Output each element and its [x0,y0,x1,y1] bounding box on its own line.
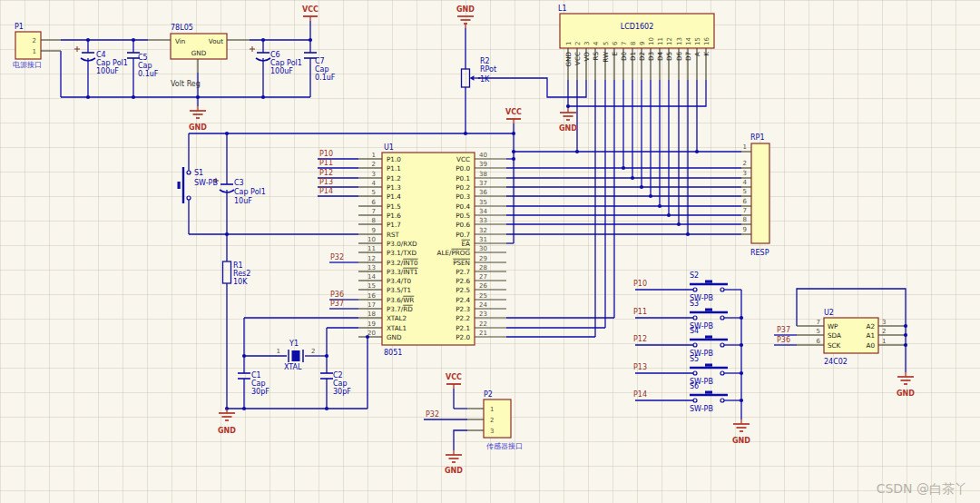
pin-number: 15 [368,282,376,290]
junction-dot [366,335,369,339]
pin-number: 37 [479,180,487,187]
port-description: 电源接口 [13,61,42,69]
pin-name: XTAL1 [387,324,407,332]
schematic-canvas: GNDVCCP121电源接口78L05VinVoutGNDVolt RegC4C… [0,0,980,503]
pin-name: WP [828,322,838,330]
junction-dot [261,38,265,42]
junction-dot [622,166,625,170]
pin-name: E [611,52,619,56]
pin-name: VCC [573,52,582,65]
junction-dot [86,95,90,99]
pin-name: P1.3 [387,183,401,192]
pin-name: P2.0 [456,333,470,341]
block-eeprom: GNDU224C02756321WPSDASCKA2A1A0P37P36 [774,289,915,398]
pin-name: P0.0 [456,164,470,173]
pin-number: 31 [479,236,487,243]
pin-number: 1 [33,48,36,55]
junction-dot [695,150,699,153]
pin-number: 6 [612,41,619,45]
junction-dot [677,222,681,226]
pin-number: 5 [603,42,610,45]
switch-terminal [187,196,191,200]
block-crystal-circuit: Y1XTAL12C1Cap30pFC2Cap30pF [227,318,368,410]
pin-name: A0 [867,341,876,350]
junction-dot [640,185,643,189]
designator-label: 10uF [234,197,252,205]
designator-label: 100uF [270,67,293,75]
designator-label: U1 [384,143,394,152]
junction-dot [86,38,90,42]
pin-name: P2.3 [456,305,470,313]
pin-name: P0.1 [456,174,470,182]
designator-label: C6 [270,51,280,59]
designator-label: 78L05 [171,24,193,32]
junction-dot [631,176,634,180]
power-label: GND [559,124,577,133]
pin-name: D4 [656,52,664,62]
pin-name: PSEN [453,259,470,267]
pin-name: VCC [456,155,470,163]
pin-name: Vout [209,37,223,45]
junction-dot [658,204,662,208]
designator-label: L1 [558,5,567,13]
pin-number: 2 [743,160,747,167]
pin-number: 1 [743,143,747,151]
pin-name: P2.6 [456,277,470,285]
pin-number: 2 [372,161,376,168]
pin-name: P1.0 [387,155,401,163]
switch-actuator [705,281,712,283]
junction-dot [512,150,515,153]
net-label: P32 [330,253,344,261]
switch-terminal [693,399,697,402]
net-label: P12 [319,169,333,177]
crystal-body [292,350,300,361]
pin-name: P0.7 [456,231,470,239]
power-label: VCC [446,373,462,381]
designator-label: Cap [315,65,329,74]
designator-label: RP1 [750,133,764,142]
junction-dot [261,95,265,99]
designator-label: 8051 [384,349,402,357]
pin-name: P3.7/RD [387,305,413,313]
pin-name: D3 [647,52,655,61]
junction-dot [686,232,690,236]
pin-number: 21 [479,330,487,337]
designator-label: SW-PB [690,405,713,413]
port-description: 传感器接口 [486,442,523,450]
pin-name: K [702,52,710,56]
pin-number: 7 [743,207,747,214]
pin-number: 1 [565,42,573,45]
switch-actuator [705,391,712,394]
pin-number: 5 [372,189,376,196]
junction-dot [740,371,743,375]
designator-label: S6 [690,382,699,390]
pin-number: 12 [666,37,673,45]
designator-label: 0.1uF [315,74,336,82]
designator-label: Cap Pol1 [270,59,302,67]
designator-label: Cap [251,380,266,388]
pin-name: D7 [684,52,692,61]
designator-label: Volt Reg [171,80,201,88]
pin-number: 3 [583,42,591,45]
block-contrast-pot: GNDR2RPot1K [456,5,496,133]
block-power-supply: GNDVCCP121电源接口78L05VinVoutGNDVolt RegC4C… [13,5,336,132]
net-label: P37 [330,300,344,308]
junction-dot [325,354,328,358]
pin-name: P0.2 [456,183,470,192]
pin-number: 8 [372,217,376,224]
net-label: P14 [319,187,333,195]
junction-dot [242,407,246,410]
junction-dot [325,407,328,410]
pin-name: P1.1 [387,164,401,173]
pin-name: P3.5/T1 [387,286,411,294]
pin-number: 2 [882,328,886,335]
designator-label: 24C02 [824,358,848,366]
pin-number: 28 [479,264,487,271]
switch-terminal [720,399,724,402]
net-label: P14 [633,390,647,399]
pin-number: 17 [368,301,376,309]
pin-number: 4 [593,41,600,45]
pin-number: 36 [479,189,487,196]
net-label: P12 [633,335,647,343]
pin-number: 1 [882,338,886,345]
